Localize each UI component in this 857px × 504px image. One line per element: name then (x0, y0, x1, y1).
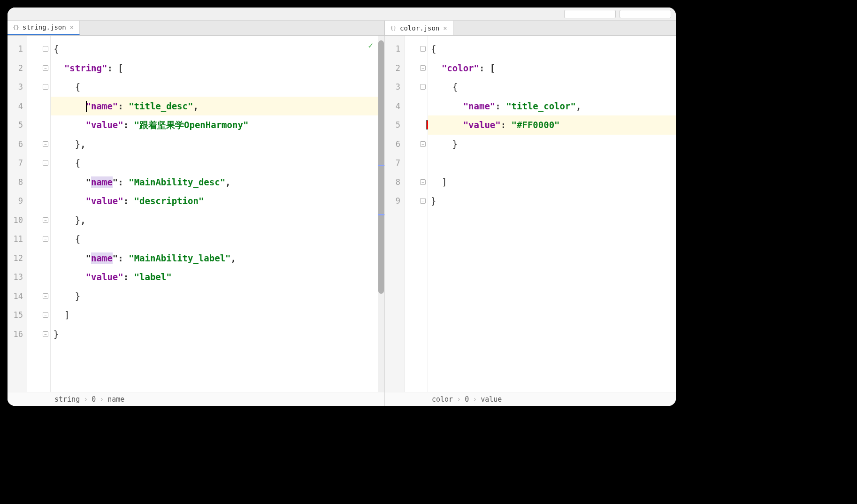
fold-line (405, 191, 428, 211)
line-number: 8 (385, 173, 404, 192)
code-line[interactable]: "name": "title_color", (428, 97, 676, 116)
breadcrumb-segment[interactable]: value (481, 395, 502, 404)
fold-toggle-icon[interactable] (43, 293, 48, 299)
fold-line (405, 59, 428, 78)
toolbar-dropdown-1[interactable] (564, 10, 616, 18)
fold-toggle-icon[interactable] (420, 179, 426, 185)
line-number: 5 (8, 115, 27, 135)
toolbar-dropdown-2[interactable] (620, 10, 671, 18)
code-content-left[interactable]: ✓ { "string": [ { "name": "title_desc", … (51, 36, 384, 392)
json-file-icon: {} (390, 24, 397, 32)
chevron-right-icon: › (457, 395, 461, 404)
fold-line (27, 59, 50, 78)
tab-color-json[interactable]: {} color.json × (385, 21, 453, 35)
chevron-right-icon: › (99, 395, 104, 404)
fold-line (27, 153, 50, 173)
code-line[interactable]: }, (51, 135, 384, 154)
fold-toggle-icon[interactable] (43, 236, 48, 242)
code-line[interactable]: } (428, 191, 676, 211)
code-area-right[interactable]: 123456789 { "color": [ { "name": "title_… (385, 36, 676, 392)
breadcrumb-segment[interactable]: color (432, 395, 453, 404)
code-line[interactable]: "value": "description" (51, 191, 384, 211)
code-line[interactable]: } (428, 135, 676, 154)
code-line[interactable]: "name": "MainAbility_label", (51, 249, 384, 268)
code-line[interactable]: { (51, 77, 384, 97)
line-number: 11 (8, 229, 27, 249)
line-number: 1 (8, 39, 27, 59)
code-line[interactable]: ] (51, 305, 384, 325)
line-number: 13 (8, 267, 27, 287)
code-line[interactable]: ] (428, 173, 676, 192)
fold-toggle-icon[interactable] (43, 331, 48, 337)
code-line[interactable]: "color": [ (428, 59, 676, 78)
fold-toggle-icon[interactable] (43, 65, 48, 71)
fold-toggle-icon[interactable] (43, 160, 48, 166)
line-number: 7 (8, 153, 27, 173)
fold-line (27, 229, 50, 249)
line-number-gutter: 12345678910111213141516 (8, 36, 27, 392)
code-line[interactable]: { (51, 153, 384, 173)
fold-toggle-icon[interactable] (43, 312, 48, 318)
line-number: 8 (8, 173, 27, 192)
code-line[interactable]: "value": "跟着坚果学OpenHarmony" (51, 115, 384, 135)
fold-toggle-icon[interactable] (43, 217, 48, 223)
fold-line (405, 173, 428, 192)
close-icon[interactable]: × (442, 24, 448, 32)
line-number: 3 (385, 77, 404, 97)
chevron-right-icon: › (84, 395, 88, 404)
fold-toggle-icon[interactable] (420, 65, 426, 71)
close-icon[interactable]: × (69, 23, 75, 31)
breadcrumb-right[interactable]: color›0›value (385, 392, 676, 406)
breadcrumb-segment[interactable]: 0 (92, 395, 96, 404)
code-area-left[interactable]: 12345678910111213141516 ✓ { "string": [ … (8, 36, 384, 392)
line-number: 9 (8, 191, 27, 211)
tab-string-json[interactable]: {} string.json × (8, 21, 80, 35)
fold-toggle-icon[interactable] (420, 84, 426, 90)
fold-line (27, 173, 50, 192)
fold-line (405, 39, 428, 59)
fold-line (405, 77, 428, 97)
code-line[interactable]: }, (51, 211, 384, 230)
code-line[interactable]: { (51, 229, 384, 249)
code-line[interactable]: "value": "#FF0000" (428, 115, 676, 135)
fold-line (405, 97, 428, 116)
code-line[interactable]: { (428, 77, 676, 97)
fold-toggle-icon[interactable] (43, 141, 48, 147)
check-icon: ✓ (368, 40, 373, 50)
code-line[interactable]: } (51, 325, 384, 344)
line-number: 9 (385, 191, 404, 211)
code-content-right[interactable]: { "color": [ { "name": "title_color", "v… (428, 36, 676, 392)
breadcrumb-segment[interactable]: string (54, 395, 80, 404)
line-number: 2 (385, 59, 404, 78)
breadcrumb-left[interactable]: string›0›name (8, 392, 384, 406)
line-number-gutter: 123456789 (385, 36, 405, 392)
line-number: 2 (8, 59, 27, 78)
fold-toggle-icon[interactable] (420, 198, 426, 204)
fold-gutter (27, 36, 51, 392)
scroll-thumb[interactable] (378, 40, 384, 294)
editor-pane-right: 123456789 { "color": [ { "name": "title_… (384, 36, 676, 406)
fold-toggle-icon[interactable] (420, 141, 426, 147)
code-line[interactable]: "name": "title_desc", (51, 97, 384, 116)
fold-toggle-icon[interactable] (43, 46, 48, 52)
code-line[interactable]: } (51, 287, 384, 306)
tabs-row: {} string.json × {} color.json × (8, 21, 676, 36)
line-number: 3 (8, 77, 27, 97)
fold-toggle-icon[interactable] (420, 46, 426, 52)
code-line[interactable]: "name": "MainAbility_desc", (51, 173, 384, 192)
fold-line (27, 191, 50, 211)
code-line[interactable]: { (51, 39, 384, 59)
scrollbar-left[interactable] (378, 36, 384, 392)
code-line[interactable]: "string": [ (51, 59, 384, 78)
code-line[interactable] (428, 153, 676, 173)
breadcrumb-segment[interactable]: 0 (465, 395, 469, 404)
breadcrumb-segment[interactable]: name (107, 395, 124, 404)
fold-line (27, 97, 50, 116)
scroll-marker (378, 165, 384, 166)
fold-line (27, 267, 50, 287)
fold-line (27, 287, 50, 306)
code-line[interactable]: { (428, 39, 676, 59)
fold-toggle-icon[interactable] (43, 84, 48, 90)
line-number: 6 (8, 135, 27, 154)
code-line[interactable]: "value": "label" (51, 267, 384, 287)
